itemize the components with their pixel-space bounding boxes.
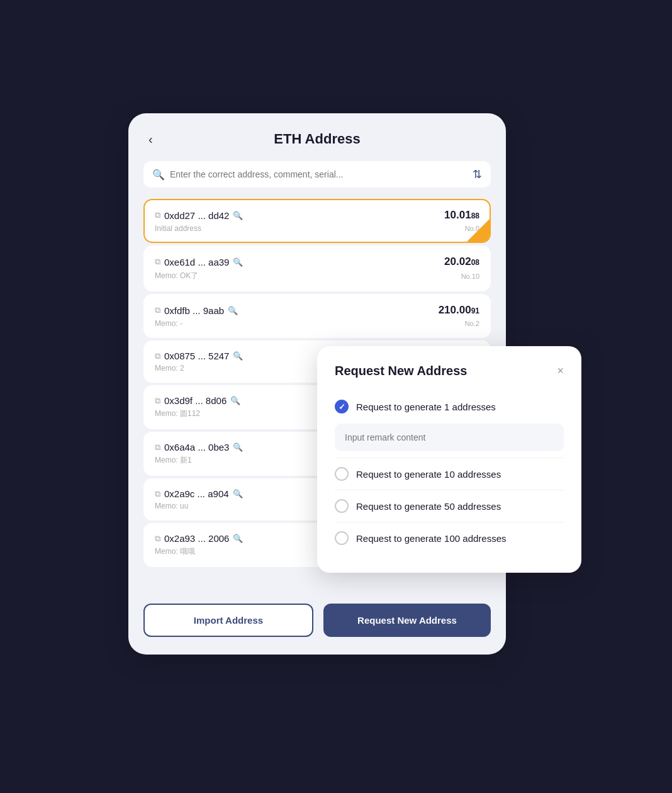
back-button[interactable]: ‹ bbox=[143, 130, 158, 149]
divider-1 bbox=[335, 458, 564, 458]
memo-text-6: Memo: uu bbox=[155, 502, 188, 510]
search-addr-icon-2[interactable]: 🔍 bbox=[228, 306, 238, 315]
modal-close-button[interactable]: × bbox=[557, 364, 564, 378]
address-text-0: 0xdd27 ... dd42 bbox=[164, 210, 229, 221]
import-address-button[interactable]: Import Address bbox=[143, 604, 313, 637]
serial-text-2: No.2 bbox=[465, 320, 479, 327]
remark-input[interactable] bbox=[335, 424, 564, 451]
memo-text-2: Memo: - bbox=[155, 319, 182, 328]
amount-decimal-2: 91 bbox=[471, 307, 479, 315]
amount-main-2: 210.00 bbox=[439, 304, 471, 316]
search-addr-icon-6[interactable]: 🔍 bbox=[233, 489, 243, 498]
address-text-5: 0x6a4a ... 0be3 bbox=[164, 442, 229, 453]
amount-main-1: 20.02 bbox=[444, 256, 471, 267]
memo-text-5: Memo: 新1 bbox=[155, 455, 192, 466]
address-item-0[interactable]: ⧉ 0xdd27 ... dd42 🔍 10.0188 Initial addr… bbox=[143, 199, 491, 243]
search-addr-icon-5[interactable]: 🔍 bbox=[233, 442, 243, 452]
radio-label-3: Request to generate 100 addresses bbox=[356, 533, 507, 544]
search-bar: 🔍 ⇅ bbox=[143, 161, 491, 188]
memo-text-1: Memo: OK了 bbox=[155, 271, 198, 281]
search-input[interactable] bbox=[170, 169, 468, 179]
copy-icon-3[interactable]: ⧉ bbox=[155, 351, 160, 361]
address-text-6: 0x2a9c ... a904 bbox=[164, 488, 229, 499]
search-addr-icon-3[interactable]: 🔍 bbox=[233, 351, 243, 361]
radio-label-1: Request to generate 10 addresses bbox=[356, 469, 501, 480]
radio-label-0: Request to generate 1 addresses bbox=[356, 402, 496, 412]
copy-icon-4[interactable]: ⧉ bbox=[155, 396, 160, 406]
copy-icon-5[interactable]: ⧉ bbox=[155, 442, 160, 453]
search-addr-icon-1[interactable]: 🔍 bbox=[233, 257, 243, 267]
modal-title: Request New Address bbox=[335, 364, 467, 378]
search-addr-icon-7[interactable]: 🔍 bbox=[233, 534, 243, 543]
header: ‹ ETH Address bbox=[143, 131, 491, 147]
memo-text-0: Initial address bbox=[155, 224, 201, 233]
active-triangle bbox=[467, 219, 490, 242]
address-item-2[interactable]: ⧉ 0xfdfb ... 9aab 🔍 210.0091 Memo: - No.… bbox=[143, 294, 491, 338]
copy-icon-1[interactable]: ⧉ bbox=[155, 257, 160, 267]
memo-text-3: Memo: 2 bbox=[155, 364, 184, 373]
divider-2 bbox=[335, 490, 564, 490]
radio-circle-0 bbox=[335, 400, 349, 413]
address-text-3: 0x0875 ... 5247 bbox=[164, 351, 229, 361]
copy-icon-7[interactable]: ⧉ bbox=[155, 534, 160, 544]
radio-circle-1 bbox=[335, 467, 349, 481]
radio-option-3[interactable]: Request to generate 100 addresses bbox=[335, 524, 564, 553]
copy-icon-6[interactable]: ⧉ bbox=[155, 489, 160, 499]
bottom-buttons: Import Address Request New Address bbox=[143, 604, 491, 637]
screen-container: ‹ ETH Address 🔍 ⇅ ⧉ 0xdd27 ... dd42 🔍 bbox=[128, 113, 544, 680]
search-icon: 🔍 bbox=[152, 169, 165, 181]
modal-card: Request New Address × Request to generat… bbox=[317, 346, 581, 573]
filter-icon[interactable]: ⇅ bbox=[473, 167, 482, 181]
memo-text-7: Memo: 哦哦 bbox=[155, 546, 195, 557]
radio-circle-3 bbox=[335, 531, 349, 545]
search-addr-icon-4[interactable]: 🔍 bbox=[230, 396, 240, 405]
address-text-4: 0x3d9f ... 8d06 bbox=[164, 395, 227, 406]
address-text-2: 0xfdfb ... 9aab bbox=[164, 305, 224, 316]
radio-option-0[interactable]: Request to generate 1 addresses bbox=[335, 392, 564, 421]
address-text-7: 0x2a93 ... 2006 bbox=[164, 533, 229, 544]
address-item-1[interactable]: ⧉ 0xe61d ... aa39 🔍 20.0208 Memo: OK了 No… bbox=[143, 245, 491, 291]
search-addr-icon-0[interactable]: 🔍 bbox=[233, 211, 243, 220]
page-title: ETH Address bbox=[274, 131, 360, 147]
radio-option-2[interactable]: Request to generate 50 addresses bbox=[335, 492, 564, 520]
copy-icon-2[interactable]: ⧉ bbox=[155, 305, 160, 315]
copy-icon-0[interactable]: ⧉ bbox=[155, 210, 160, 220]
radio-label-2: Request to generate 50 addresses bbox=[356, 501, 501, 512]
amount-decimal-1: 08 bbox=[471, 258, 479, 267]
request-new-address-button[interactable]: Request New Address bbox=[323, 604, 491, 637]
memo-text-4: Memo: 圆112 bbox=[155, 408, 200, 419]
divider-3 bbox=[335, 522, 564, 522]
radio-option-1[interactable]: Request to generate 10 addresses bbox=[335, 459, 564, 488]
serial-text-1: No.10 bbox=[461, 273, 479, 280]
address-text-1: 0xe61d ... aa39 bbox=[164, 257, 229, 267]
modal-header: Request New Address × bbox=[335, 364, 564, 378]
radio-circle-2 bbox=[335, 499, 349, 513]
